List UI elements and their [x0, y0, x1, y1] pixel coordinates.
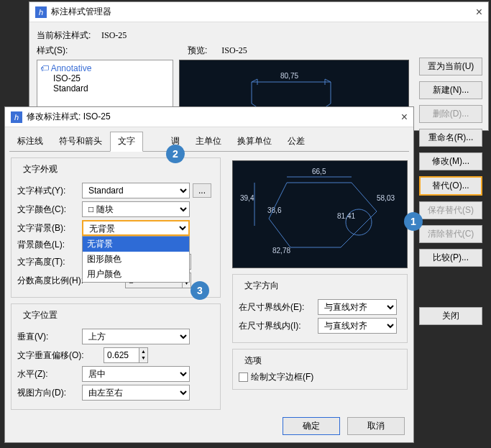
vert-label: 垂直(V):: [17, 331, 82, 343]
list-item[interactable]: Annotative: [51, 63, 92, 73]
border-checkbox[interactable]: 绘制文字边框(F): [239, 371, 401, 383]
preview-label: 预览:: [188, 45, 207, 57]
modify-button[interactable]: 修改(M)...: [419, 152, 482, 170]
tab-dimlines[interactable]: 标注线: [9, 132, 51, 151]
svg-text:66,5: 66,5: [312, 168, 326, 175]
svg-text:58,03: 58,03: [377, 194, 395, 202]
tab-symbols[interactable]: 符号和箭头: [51, 132, 110, 151]
height-label: 文字高度(T):: [17, 256, 82, 268]
bg-option[interactable]: 用户颜色: [83, 267, 189, 282]
current-style-value: ISO-25: [101, 30, 127, 41]
spin-up-icon[interactable]: ▲: [139, 348, 147, 355]
border-label: 绘制文字边框(F): [251, 371, 313, 383]
titlebar-2: h 修改标注样式: ISO-25 ×: [5, 107, 413, 127]
out-select[interactable]: 与直线对齐: [318, 299, 397, 315]
svg-text:80,75: 80,75: [280, 72, 298, 80]
close-icon[interactable]: ×: [401, 111, 408, 124]
color-label: 文字颜色(C):: [17, 204, 82, 216]
compare-button[interactable]: 比较(P)...: [419, 249, 482, 267]
style-browse-button[interactable]: ...: [193, 183, 211, 198]
override-button[interactable]: 替代(O)...: [419, 176, 482, 196]
position-title: 文字位置: [20, 309, 60, 321]
in-select[interactable]: 与直线对齐: [318, 318, 397, 334]
titlebar-1: h 标注样式管理器 ×: [29, 2, 488, 22]
list-item[interactable]: ISO-25: [40, 73, 170, 83]
options-title: 选项: [242, 355, 265, 367]
text-direction-group: 文字方向 在尺寸界线外(E): 与直线对齐 在尺寸界线内(I): 与直线对齐: [232, 274, 408, 343]
horz-select[interactable]: 居中: [82, 366, 190, 382]
color-select[interactable]: □ 随块: [82, 201, 190, 217]
modify-dimstyle-dialog: h 修改标注样式: ISO-25 × 标注线 符号和箭头 文字 调 主单位 换算…: [4, 106, 414, 443]
badge-2: 2: [166, 145, 185, 163]
options-group: 选项 绘制文字边框(F): [232, 349, 408, 390]
checkbox-icon: [239, 372, 248, 382]
svg-text:39,4: 39,4: [240, 194, 254, 202]
direction-title: 文字方向: [242, 280, 282, 292]
title-1: 标注样式管理器: [51, 6, 111, 18]
out-label: 在尺寸界线外(E):: [239, 301, 318, 314]
bg-option[interactable]: 图形颜色: [83, 252, 189, 267]
text-appearance-group: 文字外观 文字样式(Y): Standard ... 文字颜色(C): □ 随块…: [11, 157, 221, 298]
view-label: 视图方向(D):: [17, 387, 82, 399]
preview-value: ISO-25: [221, 45, 247, 56]
badge-3: 3: [191, 281, 209, 300]
horz-label: 水平(Z):: [17, 368, 82, 380]
app-icon: h: [11, 111, 22, 123]
styles-label: 样式(S):: [37, 45, 101, 57]
set-current-button[interactable]: 置为当前(U): [419, 58, 482, 76]
tab-primary[interactable]: 主单位: [188, 132, 229, 151]
ok-button[interactable]: 确定: [283, 417, 340, 435]
tab-text[interactable]: 文字: [110, 132, 143, 152]
bg-label: 文字背景(B):: [17, 222, 82, 234]
new-button[interactable]: 新建(N)...: [419, 81, 482, 99]
tabs: 标注线 符号和箭头 文字 调 主单位 换算单位 公差: [9, 132, 409, 152]
in-label: 在尺寸界线内(I):: [239, 320, 318, 332]
offset-label: 文字垂直偏移(O):: [17, 349, 104, 362]
bgcolor-label: 背景颜色(L):: [17, 239, 82, 251]
offset-input[interactable]: [104, 347, 139, 363]
badge-1: 1: [404, 212, 423, 231]
cancel-button[interactable]: 取消: [347, 417, 405, 435]
preview-2: 66,5 39,4 38,6 58,03 82,78 81,41: [232, 160, 408, 268]
delete-button[interactable]: 删除(D)...: [419, 105, 482, 123]
rename-button[interactable]: 重命名(R)...: [419, 129, 482, 147]
clear-override-button[interactable]: 清除替代(C): [419, 225, 482, 243]
tab-tol[interactable]: 公差: [280, 132, 313, 151]
bg-option[interactable]: 无背景: [83, 237, 189, 252]
style-label: 文字样式(Y):: [17, 185, 82, 197]
appearance-title: 文字外观: [20, 163, 60, 175]
text-position-group: 文字位置 垂直(V): 上方 文字垂直偏移(O): ▲▼ 水平(Z): 居中 视…: [11, 303, 221, 410]
list-item[interactable]: Standard: [40, 83, 170, 93]
style-select[interactable]: Standard: [82, 183, 190, 198]
svg-text:81,41: 81,41: [337, 212, 355, 220]
save-override-button[interactable]: 保存替代(S): [419, 201, 482, 219]
sidebar-buttons: 置为当前(U) 新建(N)... 删除(D)... 重命名(R)... 修改(M…: [419, 58, 482, 325]
close-icon[interactable]: ×: [476, 6, 482, 19]
tab-alt[interactable]: 换算单位: [229, 132, 280, 151]
title-2: 修改标注样式: ISO-25: [27, 111, 111, 123]
view-select[interactable]: 由左至右: [82, 385, 190, 401]
svg-text:82,78: 82,78: [272, 247, 290, 255]
vert-select[interactable]: 上方: [82, 329, 190, 344]
app-icon: h: [35, 6, 47, 18]
bg-dropdown[interactable]: 无背景 图形颜色 用户颜色: [82, 236, 190, 283]
current-style-label: 当前标注样式:: [37, 29, 101, 42]
spin-down-icon[interactable]: ▼: [139, 355, 147, 361]
bg-select[interactable]: 无背景: [82, 220, 190, 236]
close-button[interactable]: 关闭: [419, 307, 482, 325]
